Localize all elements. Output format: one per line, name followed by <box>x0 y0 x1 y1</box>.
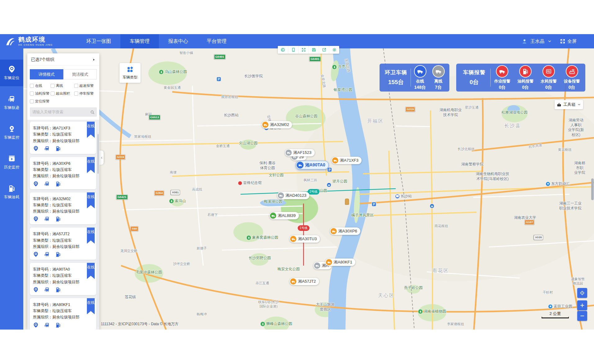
toolbox-button[interactable]: 工具箱 <box>555 100 583 109</box>
track-vehicle-icon[interactable] <box>44 181 50 187</box>
tab-详情模式[interactable]: 详情模式 <box>30 69 63 79</box>
sidebar-item-车辆油耗[interactable]: 车辆油耗 <box>0 179 23 205</box>
track-vehicle-icon[interactable] <box>44 251 50 257</box>
sidebar-item-历史监控[interactable]: 历史监控 <box>0 149 23 176</box>
filter-油耗报警[interactable]: 油耗报警 <box>30 91 51 96</box>
checkbox[interactable] <box>74 92 78 96</box>
park-icon <box>169 199 174 204</box>
filter-超出围栏[interactable]: 超出围栏 <box>51 91 74 96</box>
chevron-down-icon[interactable] <box>547 39 552 43</box>
user-avatar[interactable] <box>522 38 527 44</box>
checkbox[interactable] <box>30 92 34 96</box>
stat-count: 0台 <box>514 85 537 90</box>
vehicle-marker[interactable]: 湘A71XF3 <box>331 157 362 164</box>
nav-item-车辆管理[interactable]: 车辆管理 <box>120 34 159 48</box>
map-label-text: 湖南省植物园 <box>424 309 446 314</box>
fuel-vehicle-icon[interactable] <box>55 181 61 187</box>
fullscreen-label: 全屏 <box>567 38 577 44</box>
zoom-out-button[interactable]: − <box>577 311 587 321</box>
fuel-vehicle-icon[interactable] <box>55 216 61 222</box>
map-label: 湖南警察学院 <box>461 162 484 167</box>
nav-item-环卫一张图[interactable]: 环卫一张图 <box>77 34 120 48</box>
maptool-circle-select-button[interactable] <box>278 46 288 54</box>
org-selector-label: 已选7个组织 <box>31 57 54 62</box>
search-button[interactable] <box>88 107 97 117</box>
filter-停车报警[interactable]: 停车报警 <box>74 91 97 96</box>
vehicle-marker[interactable]: 湘A90TA0 <box>296 161 329 169</box>
vehicle-marker[interactable]: 湘AF1523 <box>285 149 315 156</box>
locate-vehicle-icon[interactable] <box>33 181 39 187</box>
nav-item-报表中心[interactable]: 报表中心 <box>159 34 197 48</box>
browser-scrollbar-thumb[interactable] <box>591 178 594 200</box>
stat-col-作业报警: 作业报警0台 <box>491 65 514 90</box>
maptool-gear-button[interactable] <box>329 46 339 54</box>
vehicle-plate-label: 湘A30XP6 <box>338 228 357 234</box>
locate-vehicle-icon[interactable] <box>33 146 39 151</box>
vehicle-card[interactable]: 车牌号码：湘A30XP6车辆类型：垃圾压缩车所属组织：厨余垃圾项目部在线 <box>30 157 96 189</box>
vehicle-marker[interactable]: 湘A80KF1 <box>325 258 355 266</box>
vehicle-card[interactable]: 车牌号码：湘A90TA0车辆类型：垃圾压缩车所属组织：厨余垃圾项目部在线 <box>30 263 96 295</box>
map-canvas[interactable]: 智造小镇乌山森林公园长沙医学院黄金园互通月亮岛银星湾公园观音岩枢纽麻园长沙西站谷… <box>23 48 594 330</box>
locate-button[interactable] <box>577 288 587 298</box>
vehicle-marker[interactable]: 湘AD40123 <box>277 192 309 199</box>
user-name[interactable]: 王水晶 <box>530 38 544 44</box>
locate-vehicle-icon[interactable] <box>33 216 39 222</box>
vehicle-marker[interactable]: 湘AL8839 <box>269 212 299 219</box>
search-input[interactable] <box>30 110 88 114</box>
track-vehicle-icon[interactable] <box>44 146 50 151</box>
nav-item-平台管理[interactable]: 平台管理 <box>197 34 236 48</box>
panel-collapse-handle[interactable] <box>99 151 104 165</box>
filter-在线[interactable]: 在线 <box>30 83 51 88</box>
filter-label: 定位报警 <box>35 99 49 104</box>
filter-定位报警[interactable]: 定位报警 <box>30 99 51 104</box>
truck-icon <box>290 236 296 242</box>
maptool-export-button[interactable] <box>319 46 329 54</box>
road-shield: G319 <box>405 107 415 112</box>
fuel-vehicle-icon[interactable] <box>55 146 61 151</box>
fuel-vehicle-icon[interactable] <box>55 287 61 293</box>
truck-icon <box>499 68 506 75</box>
locate-vehicle-icon[interactable] <box>33 251 39 257</box>
vehicle-marker[interactable]: 湘A30TU3 <box>290 235 320 243</box>
checkbox[interactable] <box>51 84 55 88</box>
locate-vehicle-icon[interactable] <box>33 287 39 293</box>
vehicle-marker[interactable]: 湘A32M02 <box>262 121 292 128</box>
checkbox[interactable] <box>30 99 34 103</box>
vehicle-card[interactable]: 车牌号码：湘A71XF3车辆类型：垃圾压缩车所属组织：厨余垃圾项目部在线 <box>30 122 96 154</box>
sidebar-item-车辆监控[interactable]: 车辆监控 <box>0 119 23 146</box>
sidebar-item-车辆轨迹[interactable]: 车辆轨迹 <box>0 89 23 116</box>
track-vehicle-icon[interactable] <box>44 216 50 222</box>
zoom-in-button[interactable]: + <box>577 300 587 310</box>
panel-scrollbar[interactable] <box>97 133 99 327</box>
vehicle-card-actions <box>33 146 93 151</box>
vehicle-card[interactable]: 车牌号码：湘A32M02车辆类型：垃圾压缩车所属组织：厨余垃圾项目部在线 <box>30 192 96 225</box>
filter-离线[interactable]: 离线 <box>51 83 74 88</box>
vehicle-marker[interactable]: 湘A57JT2 <box>290 278 319 285</box>
map-label: 梅溪湖公园 <box>264 199 282 204</box>
road-shield: X081 <box>171 190 180 195</box>
track-vehicle-icon[interactable] <box>44 287 50 293</box>
vehicle-card-actions <box>33 181 93 187</box>
vehicle-card[interactable]: 车牌号码：湘A57JT2车辆类型：垃圾压缩车所属组织：厨余垃圾项目部在线 <box>30 227 96 260</box>
locate-vehicle-icon[interactable] <box>33 322 39 328</box>
filter-超速报警[interactable]: 超速报警 <box>74 83 97 88</box>
map-label-text: 晚安文化公园 <box>277 267 300 272</box>
sidebar-item-车辆定位[interactable]: 车辆定位 <box>0 60 23 86</box>
truck-icon <box>297 162 304 169</box>
vehicle-marker[interactable]: 湘A30XP6 <box>330 227 360 235</box>
fuel-vehicle-icon[interactable] <box>55 251 61 257</box>
checkbox[interactable] <box>51 92 55 96</box>
maptool-expand-button[interactable] <box>298 46 308 54</box>
fullscreen-button[interactable]: 全屏 <box>560 38 577 44</box>
vehicle-card[interactable]: 车牌号码：湘A80KF1车辆类型：垃圾压缩车所属组织：厨余垃圾项目部在线 <box>30 298 96 330</box>
org-selector[interactable]: 已选7个组织 <box>27 53 99 65</box>
track-vehicle-icon[interactable] <box>44 322 50 328</box>
fuel-vehicle-icon[interactable] <box>55 322 61 328</box>
map-label: 天心区 <box>378 292 395 299</box>
checkbox[interactable] <box>30 84 34 88</box>
vehicle-type-button[interactable]: 车辆类型 <box>119 63 141 83</box>
checkbox[interactable] <box>74 84 78 88</box>
tab-简洁模式[interactable]: 简洁模式 <box>63 69 97 79</box>
maptool-save-button[interactable] <box>308 46 319 54</box>
maptool-device-button[interactable] <box>288 46 298 54</box>
